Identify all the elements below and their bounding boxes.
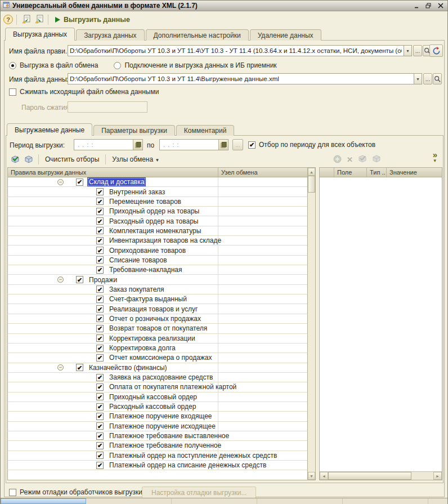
uncheck-all-values-icon[interactable] xyxy=(372,154,381,165)
data-file-browse-button[interactable]: ... xyxy=(423,73,432,84)
tree-row[interactable]: ✔Расходный ордер на товары xyxy=(8,216,307,226)
node-cell[interactable] xyxy=(218,285,307,294)
node-cell[interactable] xyxy=(218,236,307,245)
node-cell[interactable] xyxy=(218,187,307,196)
tree-row[interactable]: ✔Корректировка реализации xyxy=(8,334,307,344)
node-cell[interactable] xyxy=(218,422,307,431)
row-label[interactable]: Перемещение товаров xyxy=(107,197,183,206)
tree-row[interactable]: ✔Платежное поручение входящее xyxy=(8,412,307,421)
debug-mode-checkbox[interactable] xyxy=(9,489,16,496)
tree-row[interactable]: ✔Реализация товаров и услуг xyxy=(8,304,307,314)
node-cell[interactable] xyxy=(218,353,307,362)
row-checkbox[interactable]: ✔ xyxy=(96,462,104,469)
collapse-icon[interactable]: − xyxy=(57,179,64,185)
tab-inner-2[interactable]: Комментарий xyxy=(176,125,235,136)
tree-row[interactable]: ✔Платежное требование полученное xyxy=(8,441,307,451)
row-checkbox[interactable]: ✔ xyxy=(96,296,104,303)
scroll-left-icon[interactable]: ◄ xyxy=(320,472,328,480)
period-more-button[interactable]: ... xyxy=(232,139,243,150)
node-cell[interactable] xyxy=(218,402,307,411)
values-column-2[interactable]: Тип .. xyxy=(367,168,387,177)
tab-main-0[interactable]: Выгрузка данных xyxy=(5,28,75,41)
node-cell[interactable] xyxy=(218,226,307,235)
node-cell[interactable] xyxy=(218,382,307,391)
mode-file-radio[interactable] xyxy=(9,62,16,69)
uncheck-all-icon[interactable] xyxy=(23,154,34,165)
tree-row[interactable]: −✔Продажи xyxy=(8,275,307,284)
expand-panel-button[interactable]: » ▼ xyxy=(433,151,437,164)
row-label[interactable]: Корректировка долга xyxy=(107,344,177,353)
node-cell[interactable] xyxy=(218,265,307,274)
row-label[interactable]: Отчет о розничных продажах xyxy=(107,314,203,323)
reload-rules-icon[interactable] xyxy=(429,44,443,57)
node-cell[interactable] xyxy=(218,451,307,460)
data-file-search-icon[interactable] xyxy=(433,73,442,84)
tree-row[interactable]: ✔Внутренний заказ xyxy=(8,187,307,197)
tree-row[interactable]: ✔Платежное требование выставленное xyxy=(8,431,307,441)
tree-row[interactable]: ✔Списание товаров xyxy=(8,256,307,265)
row-label[interactable]: Требование-накладная xyxy=(107,265,184,274)
help-icon[interactable]: ? xyxy=(3,15,13,24)
tree-row[interactable]: ✔Инвентаризация товаров на складе xyxy=(8,236,307,246)
row-checkbox[interactable]: ✔ xyxy=(96,413,104,420)
node-cell[interactable] xyxy=(218,295,307,304)
node-cell[interactable] xyxy=(218,197,307,206)
values-table-body[interactable] xyxy=(320,177,442,471)
node-cell[interactable] xyxy=(218,275,307,284)
node-cell[interactable] xyxy=(218,314,307,323)
values-column-3[interactable]: Значение xyxy=(387,168,442,177)
tree-row[interactable]: ✔Отчет комиссионера о продажах xyxy=(8,353,307,363)
collapse-icon[interactable]: − xyxy=(57,276,64,283)
tree-row[interactable]: −✔Казначейство (финансы) xyxy=(8,363,307,373)
row-checkbox[interactable]: ✔ xyxy=(76,179,83,186)
mode-ib-radio[interactable] xyxy=(114,62,121,69)
row-checkbox[interactable]: ✔ xyxy=(96,325,104,332)
tab-main-2[interactable]: Дополнительные настройки xyxy=(146,29,249,41)
scroll-up-icon[interactable]: ▲ xyxy=(308,168,315,176)
row-label[interactable]: Оприходование товаров xyxy=(107,246,187,255)
row-checkbox[interactable]: ✔ xyxy=(96,452,104,459)
chevron-down-icon[interactable]: ▼ xyxy=(404,45,412,56)
row-label[interactable]: Списание товаров xyxy=(107,256,169,265)
delete-icon[interactable]: ✕ xyxy=(347,155,353,164)
row-label[interactable]: Платежное требование полученное xyxy=(107,441,223,450)
node-cell[interactable] xyxy=(218,344,307,353)
period-filter-checkbox[interactable]: ✔ xyxy=(248,141,256,149)
calendar-icon[interactable] xyxy=(218,140,228,150)
row-checkbox[interactable]: ✔ xyxy=(96,442,104,449)
values-column-marker[interactable] xyxy=(320,168,334,177)
row-checkbox[interactable]: ✔ xyxy=(96,315,104,322)
add-icon[interactable] xyxy=(333,155,342,165)
period-to-input[interactable]: . . : : xyxy=(159,139,229,150)
row-checkbox[interactable]: ✔ xyxy=(76,364,83,371)
node-cell[interactable] xyxy=(218,393,307,402)
row-label[interactable]: Комплектация номенклатуры xyxy=(107,226,203,235)
node-cell[interactable] xyxy=(218,246,307,255)
row-checkbox[interactable]: ✔ xyxy=(96,374,104,381)
close-icon[interactable] xyxy=(436,2,445,10)
tree-row[interactable]: ✔Требование-накладная xyxy=(8,265,307,275)
row-checkbox[interactable]: ✔ xyxy=(96,383,104,391)
row-label[interactable]: Корректировка реализации xyxy=(107,334,197,343)
tree-row[interactable]: ✔Счет-фактура выданный xyxy=(8,295,307,304)
node-cell[interactable] xyxy=(218,324,307,333)
row-label[interactable]: Возврат товаров от покупателя xyxy=(107,324,209,333)
node-cell[interactable] xyxy=(218,441,307,450)
load-settings-icon[interactable] xyxy=(20,14,32,25)
tree-row[interactable]: −✔Склад и доставка xyxy=(8,177,307,187)
chevron-down-icon[interactable]: ▼ xyxy=(414,73,422,84)
row-checkbox[interactable]: ✔ xyxy=(96,227,104,234)
row-label[interactable]: Отчет комиссионера о продажах xyxy=(107,353,214,362)
tree-row[interactable]: ✔Платежный ордер на поступление денежных… xyxy=(8,451,307,461)
window-tab-active[interactable] xyxy=(1,498,86,504)
row-checkbox[interactable]: ✔ xyxy=(96,422,104,430)
row-checkbox[interactable]: ✔ xyxy=(96,334,104,342)
tree-row[interactable]: ✔Отчет о розничных продажах xyxy=(8,314,307,324)
tree-row[interactable]: ✔Перемещение товаров xyxy=(8,197,307,207)
clear-filters-button[interactable]: Очистить отборы xyxy=(43,155,101,163)
scroll-down-icon[interactable]: ▼ xyxy=(308,472,315,480)
tab-main-3[interactable]: Удаление данных xyxy=(250,29,321,41)
row-label[interactable]: Приходный кассовый ордер xyxy=(107,393,199,402)
collapse-icon[interactable]: − xyxy=(57,364,64,371)
export-data-button[interactable]: Выгрузить данные xyxy=(52,14,133,26)
